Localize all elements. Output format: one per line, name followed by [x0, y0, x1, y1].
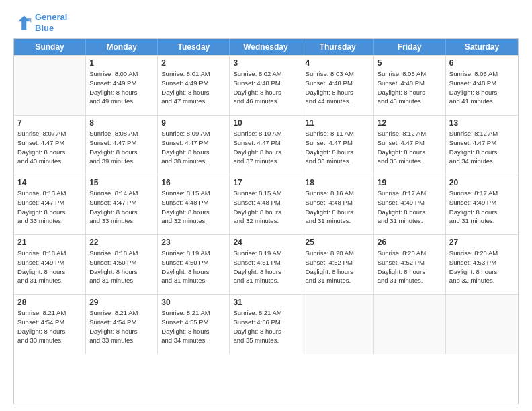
day-number: 5 [378, 58, 442, 68]
day-info: Sunrise: 8:08 AM Sunset: 4:47 PM Dayligh… [89, 129, 154, 166]
day-info: Sunrise: 8:21 AM Sunset: 4:54 PM Dayligh… [89, 308, 154, 345]
calendar-cell-3: 3Sunrise: 8:02 AM Sunset: 4:48 PM Daylig… [230, 56, 302, 115]
calendar-cell-14: 14Sunrise: 8:13 AM Sunset: 4:47 PM Dayli… [14, 175, 86, 234]
day-info: Sunrise: 8:20 AM Sunset: 4:52 PM Dayligh… [378, 248, 442, 285]
day-number: 12 [378, 118, 442, 128]
calendar-body: 1Sunrise: 8:00 AM Sunset: 4:49 PM Daylig… [14, 55, 518, 354]
calendar-header-thursday: Thursday [302, 39, 374, 55]
calendar-header-monday: Monday [86, 39, 158, 55]
calendar-header-saturday: Saturday [446, 39, 518, 55]
day-number: 1 [89, 58, 154, 68]
calendar-header-row: SundayMondayTuesdayWednesdayThursdayFrid… [14, 39, 518, 55]
calendar-cell-empty-6 [446, 295, 518, 354]
calendar-header-wednesday: Wednesday [230, 39, 302, 55]
day-info: Sunrise: 8:15 AM Sunset: 4:48 PM Dayligh… [161, 189, 226, 226]
day-info: Sunrise: 8:07 AM Sunset: 4:47 PM Dayligh… [17, 129, 82, 166]
calendar-week-2: 7Sunrise: 8:07 AM Sunset: 4:47 PM Daylig… [14, 115, 518, 175]
calendar-cell-24: 24Sunrise: 8:19 AM Sunset: 4:51 PM Dayli… [230, 235, 302, 294]
calendar-cell-30: 30Sunrise: 8:21 AM Sunset: 4:55 PM Dayli… [158, 295, 230, 354]
day-number: 10 [233, 118, 298, 128]
header: General Blue [13, 12, 519, 33]
day-info: Sunrise: 8:06 AM Sunset: 4:48 PM Dayligh… [449, 69, 515, 106]
calendar-cell-23: 23Sunrise: 8:19 AM Sunset: 4:50 PM Dayli… [158, 235, 230, 294]
day-info: Sunrise: 8:09 AM Sunset: 4:47 PM Dayligh… [161, 129, 226, 166]
day-info: Sunrise: 8:12 AM Sunset: 4:47 PM Dayligh… [449, 129, 515, 166]
day-number: 2 [161, 58, 226, 68]
calendar-cell-4: 4Sunrise: 8:03 AM Sunset: 4:48 PM Daylig… [302, 56, 374, 115]
day-info: Sunrise: 8:13 AM Sunset: 4:47 PM Dayligh… [17, 189, 82, 226]
day-number: 20 [449, 178, 515, 187]
day-number: 21 [17, 238, 82, 247]
day-number: 6 [449, 58, 515, 68]
day-number: 25 [306, 238, 370, 247]
calendar-cell-10: 10Sunrise: 8:10 AM Sunset: 4:47 PM Dayli… [230, 116, 302, 175]
calendar-cell-20: 20Sunrise: 8:17 AM Sunset: 4:49 PM Dayli… [446, 175, 518, 234]
calendar-cell-28: 28Sunrise: 8:21 AM Sunset: 4:54 PM Dayli… [14, 295, 86, 354]
day-number: 3 [233, 58, 298, 68]
day-info: Sunrise: 8:21 AM Sunset: 4:56 PM Dayligh… [233, 308, 298, 345]
day-info: Sunrise: 8:21 AM Sunset: 4:54 PM Dayligh… [17, 308, 82, 345]
day-info: Sunrise: 8:10 AM Sunset: 4:47 PM Dayligh… [233, 129, 298, 166]
day-number: 27 [449, 238, 515, 247]
calendar-cell-15: 15Sunrise: 8:14 AM Sunset: 4:47 PM Dayli… [86, 175, 158, 234]
calendar-cell-7: 7Sunrise: 8:07 AM Sunset: 4:47 PM Daylig… [14, 116, 86, 175]
calendar-cell-27: 27Sunrise: 8:20 AM Sunset: 4:53 PM Dayli… [446, 235, 518, 294]
day-info: Sunrise: 8:21 AM Sunset: 4:55 PM Dayligh… [161, 308, 226, 345]
day-number: 28 [17, 298, 82, 307]
day-info: Sunrise: 8:01 AM Sunset: 4:49 PM Dayligh… [161, 69, 226, 106]
calendar-header-friday: Friday [374, 39, 446, 55]
calendar-cell-17: 17Sunrise: 8:15 AM Sunset: 4:48 PM Dayli… [230, 175, 302, 234]
day-info: Sunrise: 8:15 AM Sunset: 4:48 PM Dayligh… [233, 189, 298, 226]
calendar-header-tuesday: Tuesday [158, 39, 230, 55]
day-number: 18 [306, 178, 370, 187]
day-info: Sunrise: 8:19 AM Sunset: 4:51 PM Dayligh… [233, 248, 298, 285]
calendar-cell-empty-5 [374, 295, 446, 354]
day-number: 14 [17, 178, 82, 187]
calendar-cell-29: 29Sunrise: 8:21 AM Sunset: 4:54 PM Dayli… [86, 295, 158, 354]
day-number: 29 [89, 298, 154, 307]
calendar-cell-18: 18Sunrise: 8:16 AM Sunset: 4:48 PM Dayli… [302, 175, 374, 234]
calendar-cell-19: 19Sunrise: 8:17 AM Sunset: 4:49 PM Dayli… [374, 175, 446, 234]
calendar-cell-5: 5Sunrise: 8:05 AM Sunset: 4:48 PM Daylig… [374, 56, 446, 115]
calendar-cell-9: 9Sunrise: 8:09 AM Sunset: 4:47 PM Daylig… [158, 116, 230, 175]
calendar-cell-25: 25Sunrise: 8:20 AM Sunset: 4:52 PM Dayli… [302, 235, 374, 294]
day-number: 26 [378, 238, 442, 247]
day-number: 30 [161, 298, 226, 307]
calendar-cell-26: 26Sunrise: 8:20 AM Sunset: 4:52 PM Dayli… [374, 235, 446, 294]
day-info: Sunrise: 8:17 AM Sunset: 4:49 PM Dayligh… [378, 189, 442, 226]
day-number: 19 [378, 178, 442, 187]
calendar-cell-13: 13Sunrise: 8:12 AM Sunset: 4:47 PM Dayli… [446, 116, 518, 175]
day-info: Sunrise: 8:03 AM Sunset: 4:48 PM Dayligh… [306, 69, 370, 106]
day-number: 7 [17, 118, 82, 128]
svg-marker-0 [18, 15, 30, 30]
day-info: Sunrise: 8:05 AM Sunset: 4:48 PM Dayligh… [378, 69, 442, 106]
calendar-header-sunday: Sunday [14, 39, 86, 55]
day-number: 9 [161, 118, 226, 128]
day-number: 4 [306, 58, 370, 68]
calendar-week-5: 28Sunrise: 8:21 AM Sunset: 4:54 PM Dayli… [14, 294, 518, 354]
day-info: Sunrise: 8:18 AM Sunset: 4:50 PM Dayligh… [89, 248, 154, 285]
calendar-cell-16: 16Sunrise: 8:15 AM Sunset: 4:48 PM Dayli… [158, 175, 230, 234]
logo-icon [13, 13, 32, 32]
calendar-week-4: 21Sunrise: 8:18 AM Sunset: 4:49 PM Dayli… [14, 234, 518, 294]
day-info: Sunrise: 8:16 AM Sunset: 4:48 PM Dayligh… [306, 189, 370, 226]
calendar-cell-12: 12Sunrise: 8:12 AM Sunset: 4:47 PM Dayli… [374, 116, 446, 175]
calendar-cell-8: 8Sunrise: 8:08 AM Sunset: 4:47 PM Daylig… [86, 116, 158, 175]
calendar-cell-1: 1Sunrise: 8:00 AM Sunset: 4:49 PM Daylig… [86, 56, 158, 115]
day-number: 15 [89, 178, 154, 187]
day-info: Sunrise: 8:20 AM Sunset: 4:53 PM Dayligh… [449, 248, 515, 285]
calendar-cell-11: 11Sunrise: 8:11 AM Sunset: 4:47 PM Dayli… [302, 116, 374, 175]
day-number: 22 [89, 238, 154, 247]
day-info: Sunrise: 8:14 AM Sunset: 4:47 PM Dayligh… [89, 189, 154, 226]
day-number: 23 [161, 238, 226, 247]
day-info: Sunrise: 8:19 AM Sunset: 4:50 PM Dayligh… [161, 248, 226, 285]
day-number: 31 [233, 298, 298, 307]
day-info: Sunrise: 8:00 AM Sunset: 4:49 PM Dayligh… [89, 69, 154, 106]
calendar-week-1: 1Sunrise: 8:00 AM Sunset: 4:49 PM Daylig… [14, 55, 518, 115]
calendar-week-3: 14Sunrise: 8:13 AM Sunset: 4:47 PM Dayli… [14, 175, 518, 234]
calendar-cell-empty-0 [14, 56, 86, 115]
day-number: 11 [306, 118, 370, 128]
day-number: 17 [233, 178, 298, 187]
day-number: 24 [233, 238, 298, 247]
day-info: Sunrise: 8:18 AM Sunset: 4:49 PM Dayligh… [17, 248, 82, 285]
